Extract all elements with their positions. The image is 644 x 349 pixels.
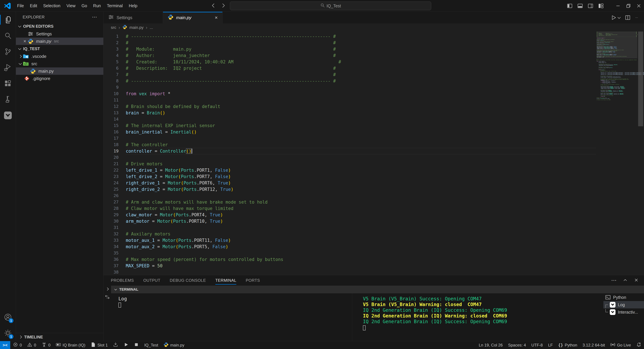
status-eol[interactable]: LF <box>546 341 556 349</box>
code-line-35[interactable]: 35 <box>104 250 644 256</box>
minimap-slider[interactable] <box>597 32 637 58</box>
layout-grid-button[interactable] <box>596 0 606 12</box>
command-center-search[interactable]: IQ_Test <box>230 2 431 10</box>
close-button[interactable] <box>634 0 644 12</box>
minimize-button[interactable] <box>613 0 623 12</box>
code-editor[interactable]: 1# -------------------------------------… <box>104 32 644 275</box>
code-line-29[interactable]: 29claw_motor = Motor(Ports.PORT4, True) <box>104 212 644 218</box>
code-line-5[interactable]: 5# Created: 10/11/2024, 10:40:02 AM # <box>104 59 644 65</box>
editor-scrollbar[interactable] <box>637 32 644 275</box>
close-icon[interactable]: × <box>22 38 28 44</box>
code-line-15[interactable]: 15# The internal EXP inertial sensor <box>104 122 644 129</box>
code-line-2[interactable]: 2# # <box>104 40 644 46</box>
run-file-icon[interactable] <box>611 15 620 20</box>
swap-terminal-icon[interactable] <box>105 294 110 300</box>
status-vex-stop[interactable] <box>131 341 142 349</box>
tree-item-src[interactable]: src <box>16 60 103 68</box>
activity-run-and-debug[interactable] <box>0 60 16 76</box>
code-line-33[interactable]: 33motor_aux_1 = Motor(Ports.PORT11, Fals… <box>104 237 644 244</box>
activity-accounts[interactable]: 1 <box>0 309 16 325</box>
tab-main.py[interactable]: main.py× <box>163 12 222 24</box>
status-problems-warnings[interactable]: 0 <box>24 341 39 349</box>
menu-go[interactable]: Go <box>78 2 90 10</box>
code-line-28[interactable]: 28# Claw motor will have max torque limi… <box>104 205 644 212</box>
code-line-1[interactable]: 1# -------------------------------------… <box>104 33 644 40</box>
code-line-23[interactable]: 23left_drive_2 = Motor(Ports.PORT7, Fals… <box>104 174 644 180</box>
menu-file[interactable]: File <box>14 2 27 10</box>
code-line-12[interactable]: 12# Brain should be defined by default <box>104 103 644 110</box>
terminal-group-header[interactable]: TERMINAL <box>111 286 644 293</box>
status-problems-errors[interactable]: 0 <box>10 341 24 349</box>
menu-view[interactable]: View <box>64 2 78 10</box>
code-line-26[interactable]: 26 <box>104 192 644 199</box>
code-line-9[interactable]: 9 <box>104 84 644 90</box>
layout-sidebar-right-button[interactable] <box>585 0 596 12</box>
breadcrumb-item[interactable]: ... <box>150 25 153 30</box>
code-line-25[interactable]: 25right_drive_2 = Motor(Ports.PORT12, Tr… <box>104 186 644 192</box>
status-vex-device[interactable]: IQ Brain (IQ) <box>53 341 88 349</box>
terminal-pane-log[interactable]: Log <box>111 293 352 341</box>
more-actions-icon[interactable]: ··· <box>612 278 617 283</box>
status-encoding[interactable]: UTF-8 <box>528 341 546 349</box>
history-back-icon[interactable] <box>210 3 216 9</box>
status-python-interpreter[interactable]: 3.12.2 64-bit <box>580 341 608 349</box>
terminal-item-Python[interactable]: Python <box>604 294 644 301</box>
code-line-32[interactable]: 32# Auxilary motors <box>104 231 644 237</box>
menu-selection[interactable]: Selection <box>40 2 64 10</box>
status-cursor-position[interactable]: Ln 19, Col 26 <box>476 341 506 349</box>
split-editor-icon[interactable] <box>625 15 630 20</box>
code-line-17[interactable]: 17 <box>104 135 644 142</box>
terminal-pane-output[interactable]: V5 Brain (V5_Brain) Success: Opening COM… <box>352 293 604 341</box>
activity-source-control[interactable] <box>0 44 16 60</box>
panel-tab-ports[interactable]: PORTS <box>246 275 260 286</box>
panel-tab-output[interactable]: OUTPUT <box>143 275 160 286</box>
code-line-19[interactable]: 19controller = Controller() <box>104 148 644 154</box>
open-editors-header[interactable]: OPEN EDITORS <box>16 22 103 30</box>
layout-sidebar-left-button[interactable] <box>564 0 575 12</box>
status-indentation[interactable]: Spaces: 4 <box>505 341 528 349</box>
open-editor-main.py[interactable]: ×main.pysrc <box>16 38 103 45</box>
code-line-22[interactable]: 22left_drive_1 = Motor(Ports.PORT1, Fals… <box>104 167 644 174</box>
panel-tab-debug-console[interactable]: DEBUG CONSOLE <box>170 275 206 286</box>
tree-item-main.py[interactable]: main.py <box>16 68 103 75</box>
minimap[interactable]: # --------------------------------------… <box>597 32 637 275</box>
activity-search[interactable] <box>0 28 16 44</box>
code-line-6[interactable]: 6# Description: IQ2 project # <box>104 65 644 72</box>
open-editor-Settings[interactable]: Settings <box>16 30 103 38</box>
code-line-31[interactable]: 31 <box>104 224 644 231</box>
code-line-21[interactable]: 21# Drive motors <box>104 161 644 167</box>
breadcrumb[interactable]: src›main.py›... <box>104 24 644 32</box>
code-line-30[interactable]: 30arm_motor = Motor(Ports.PORT10, True) <box>104 218 644 224</box>
menu-help[interactable]: Help <box>126 2 140 10</box>
status-notifications[interactable] <box>634 341 644 349</box>
code-line-34[interactable]: 34motor_aux_2 = Motor(Ports.PORT5, False… <box>104 244 644 250</box>
close-panel-icon[interactable] <box>634 278 639 284</box>
tree-item-.gitignore[interactable]: .gitignore <box>16 75 103 82</box>
code-line-24[interactable]: 24right_drive_1 = Motor(Ports.PORT6, Tru… <box>104 180 644 186</box>
code-line-18[interactable]: 18# The controller <box>104 142 644 148</box>
activity-manage[interactable]: 1 <box>0 325 16 341</box>
code-line-27[interactable]: 27# Arm and claw motors will have brake … <box>104 199 644 205</box>
tab-Settings[interactable]: Settings <box>104 12 163 24</box>
status-vex-download[interactable] <box>110 341 121 349</box>
history-forward-icon[interactable] <box>220 3 226 9</box>
code-line-36[interactable]: 36# Max motor speed (percent) for motors… <box>104 256 644 263</box>
code-line-10[interactable]: 10from vex import * <box>104 90 644 97</box>
code-line-8[interactable]: 8# -------------------------------------… <box>104 78 644 84</box>
status-remote-indicator[interactable]: >< <box>0 341 10 349</box>
activity-explorer[interactable] <box>0 12 16 28</box>
breadcrumb-item[interactable]: src <box>111 25 116 30</box>
tree-item-.vscode[interactable]: .vscode <box>16 53 103 60</box>
code-line-14[interactable]: 14 <box>104 116 644 122</box>
sidebar-more-icon[interactable]: ··· <box>92 15 97 20</box>
editor-scrollbar-thumb[interactable] <box>638 32 643 126</box>
code-line-4[interactable]: 4# Author: jenna_juechter # <box>104 52 644 59</box>
code-line-16[interactable]: 16brain_inertial = Inertial() <box>104 129 644 135</box>
status-vex-radio[interactable]: 0 <box>39 341 53 349</box>
activity-testing[interactable] <box>0 92 16 107</box>
code-line-37[interactable]: 37MAX_SPEED = 50 <box>104 263 644 269</box>
panel-tab-terminal[interactable]: TERMINAL <box>215 275 236 286</box>
status-vex-slot[interactable]: Slot 1 <box>88 341 110 349</box>
close-icon[interactable]: × <box>215 15 218 20</box>
more-actions-icon[interactable]: ··· <box>635 16 638 19</box>
